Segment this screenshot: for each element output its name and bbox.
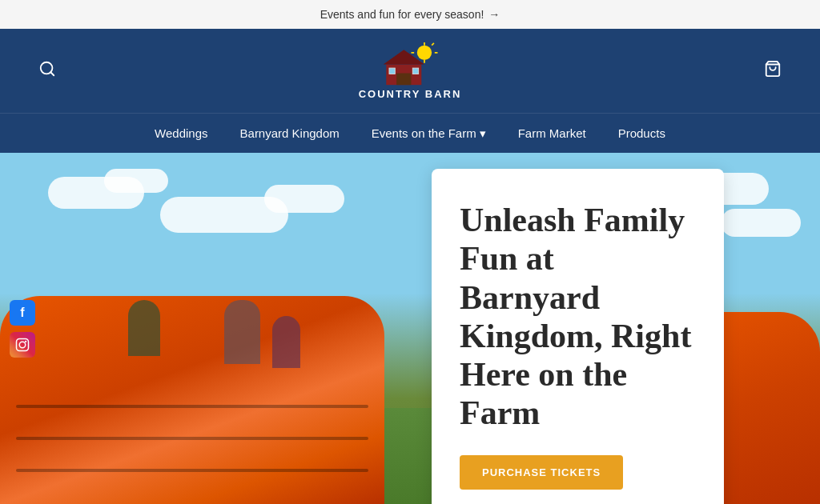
svg-line-1 <box>50 72 54 75</box>
cloud-4 <box>264 185 344 213</box>
svg-point-17 <box>25 340 26 342</box>
purchase-tickets-button[interactable]: PURCHASE TICKETS <box>460 455 623 490</box>
cloud-2 <box>104 169 168 193</box>
cart-icon <box>764 60 782 78</box>
hero-section: Unleash Family Fun at Barnyard Kingdom, … <box>0 153 820 504</box>
announcement-text: Events and fun for every season! <box>320 8 484 21</box>
inflatable-seam-2 <box>16 437 368 440</box>
instagram-svg <box>15 338 30 352</box>
cloud-6 <box>721 209 801 237</box>
svg-point-2 <box>417 45 432 59</box>
nav-item-events[interactable]: Events on the Farm ▾ <box>372 120 486 147</box>
announcement-bar: Events and fun for every season! → <box>0 0 820 29</box>
social-icons: f <box>10 300 35 358</box>
inflatable-seam-3 <box>16 405 368 408</box>
logo-image <box>378 42 442 86</box>
cart-button[interactable] <box>758 54 788 88</box>
svg-line-7 <box>432 42 434 45</box>
inflatable-left <box>0 296 384 504</box>
announcement-arrow: → <box>488 8 500 21</box>
nav-item-farm-market[interactable]: Farm Market <box>518 120 586 146</box>
person-1 <box>128 300 160 356</box>
logo-text: COUNTRY BARN <box>359 88 462 100</box>
header-left <box>32 54 62 88</box>
svg-rect-11 <box>396 73 411 85</box>
header-right <box>758 54 788 88</box>
svg-point-16 <box>19 342 26 348</box>
search-button[interactable] <box>32 54 62 88</box>
person-2 <box>224 300 260 364</box>
svg-rect-15 <box>17 338 29 350</box>
facebook-label: f <box>20 306 24 320</box>
header: COUNTRY BARN <box>0 29 820 113</box>
instagram-icon[interactable] <box>10 332 35 358</box>
nav-item-products[interactable]: Products <box>618 120 665 146</box>
logo-container: COUNTRY BARN <box>359 42 462 100</box>
person-3 <box>272 316 300 368</box>
facebook-icon[interactable]: f <box>10 300 35 326</box>
svg-rect-12 <box>389 68 395 74</box>
nav-item-weddings[interactable]: Weddings <box>155 120 207 146</box>
inflatable-seam-1 <box>16 469 368 472</box>
chevron-down-icon: ▾ <box>480 126 486 141</box>
main-nav: Weddings Barnyard Kingdom Events on the … <box>0 113 820 153</box>
hero-card: Unleash Family Fun at Barnyard Kingdom, … <box>432 169 724 504</box>
hero-title: Unleash Family Fun at Barnyard Kingdom, … <box>460 201 696 433</box>
nav-item-events-label: Events on the Farm <box>372 126 476 140</box>
search-icon <box>38 60 56 78</box>
svg-rect-13 <box>413 68 419 74</box>
nav-item-barnyard-kingdom[interactable]: Barnyard Kingdom <box>240 120 340 146</box>
